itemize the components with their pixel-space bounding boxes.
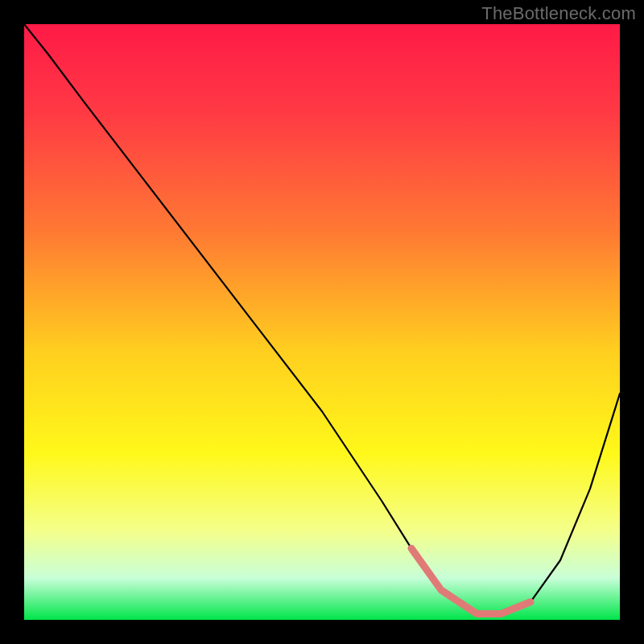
chart-svg [24,24,620,620]
plot-area [24,24,620,620]
watermark-text: TheBottleneck.com [481,3,636,24]
gradient-bg [24,24,620,620]
chart-frame: TheBottleneck.com [0,0,644,644]
